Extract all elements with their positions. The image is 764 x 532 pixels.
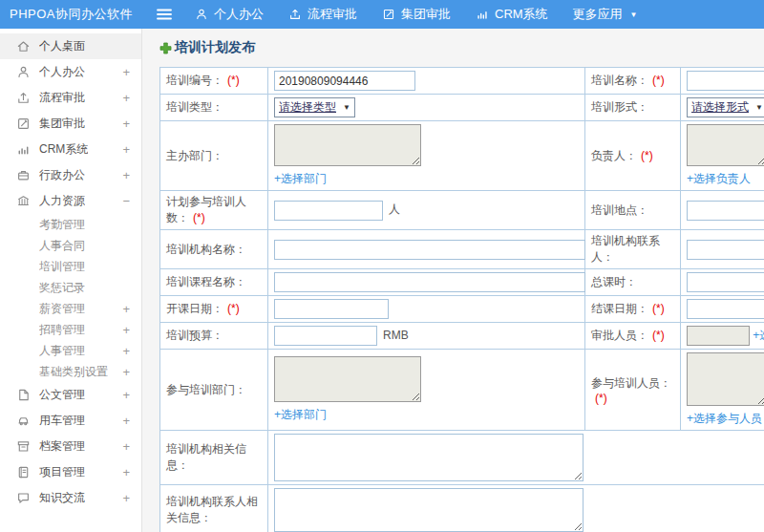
nav-crm-system[interactable]: CRM系统 (476, 6, 548, 23)
select-approver-link[interactable]: +选择审批人员 (753, 329, 764, 342)
expand-plus-icon[interactable]: + (122, 365, 130, 379)
required-mark: (*) (193, 211, 205, 224)
expand-plus-icon[interactable]: + (122, 117, 130, 131)
expand-plus-icon[interactable]: + (122, 168, 130, 182)
expand-plus-icon[interactable]: + (122, 142, 130, 157)
training-number-input[interactable] (274, 71, 415, 91)
currency-label: RMB (383, 329, 409, 342)
home-icon (16, 39, 31, 53)
required-mark: (*) (652, 302, 665, 315)
car-icon (16, 414, 31, 428)
training-budget-input[interactable] (274, 326, 377, 346)
sidebar-subitem-salary-management[interactable]: 薪资管理 + (0, 298, 141, 319)
training-course-name-input[interactable] (274, 272, 585, 292)
briefcase-icon (16, 168, 31, 182)
expand-plus-icon[interactable]: + (122, 465, 130, 479)
expand-plus-icon[interactable]: + (122, 414, 130, 428)
select-participants-link[interactable]: +选择参与人员 (687, 412, 762, 425)
required-mark: (*) (227, 74, 240, 87)
sidebar-subitem-attendance[interactable]: 考勤管理 (0, 214, 141, 235)
expand-plus-icon[interactable]: + (122, 388, 130, 402)
training-org-contact-input[interactable] (687, 240, 764, 260)
total-hours-input[interactable] (687, 272, 764, 292)
expand-plus-icon[interactable]: + (122, 323, 130, 337)
sidebar-item-vehicle-management[interactable]: 用车管理 + (0, 408, 141, 434)
participating-people-textarea[interactable] (687, 352, 764, 406)
expand-plus-icon[interactable]: + (122, 91, 130, 105)
expand-plus-icon[interactable]: + (122, 65, 130, 79)
sidebar-item-personal-desktop[interactable]: 个人桌面 (0, 33, 141, 59)
expand-plus-icon[interactable]: + (122, 491, 130, 505)
caret-down-icon: ▼ (630, 11, 638, 19)
caret-down-icon: ▼ (343, 103, 350, 112)
end-date-input[interactable] (687, 299, 764, 319)
field-label: 培训类型： (166, 100, 223, 114)
sidebar-subitem-training-management[interactable]: 培训管理 (0, 256, 141, 277)
required-mark: (*) (595, 392, 607, 405)
select-department-link[interactable]: +选择部门 (274, 172, 327, 185)
nav-label: CRM系统 (495, 6, 548, 23)
training-name-input[interactable] (687, 71, 764, 91)
row-budget-approver: 培训预算： RMB 审批人员：(*) +选择审批人员 (160, 323, 764, 350)
sidebar-item-group-approval[interactable]: 集团审批 + (0, 111, 141, 137)
training-org-contact-info-textarea[interactable] (274, 488, 584, 532)
expand-plus-icon[interactable]: + (122, 344, 130, 358)
field-label: 培训预算： (166, 329, 223, 342)
select-leader-link[interactable]: +选择负责人 (687, 172, 751, 185)
field-label: 培训编号： (166, 74, 223, 87)
field-label: 培训课程名称： (166, 275, 246, 288)
nav-more-apps[interactable]: 更多应用 ▼ (573, 6, 638, 23)
training-form-select[interactable]: 请选择形式 ▼ (687, 97, 764, 117)
sidebar-item-document-management[interactable]: 公文管理 + (0, 382, 141, 408)
edit-icon (382, 8, 395, 21)
sidebar-item-human-resources[interactable]: 人力资源 − (0, 188, 141, 214)
menu-toggle-icon[interactable] (157, 8, 174, 21)
sidebar-subitem-personnel[interactable]: 人事管理 + (0, 340, 141, 361)
nav-workflow-approval[interactable]: 流程审批 (288, 6, 357, 23)
leader-textarea[interactable] (687, 124, 764, 166)
page-title: 培训计划发布 (159, 39, 764, 56)
field-label: 培训机构相关信息： (166, 442, 246, 472)
sidebar-subitem-reward-punishment[interactable]: 奖惩记录 (0, 277, 141, 298)
sidebar-item-knowledge-exchange[interactable]: 知识交流 + (0, 485, 141, 511)
nav-group-approval[interactable]: 集团审批 (382, 6, 451, 23)
host-department-textarea[interactable] (274, 124, 421, 166)
start-date-input[interactable] (274, 299, 389, 319)
row-participating-dept-people: 参与培训部门： +选择部门 参与培训人员：(*) +选择参与人员 (160, 350, 764, 431)
sidebar-subitem-hr-contract[interactable]: 人事合同 (0, 235, 141, 256)
sidebar-item-personal-office[interactable]: 个人办公 + (0, 59, 141, 85)
sidebar-item-workflow-approval[interactable]: 流程审批 + (0, 85, 141, 111)
chat-icon (16, 491, 31, 505)
user-icon (16, 65, 31, 79)
row-training-number-name: 培训编号：(*) 培训名称：(*) (160, 68, 764, 95)
required-mark: (*) (652, 329, 665, 342)
sidebar-subitem-recruitment[interactable]: 招聘管理 + (0, 319, 141, 340)
required-mark: (*) (641, 149, 653, 162)
training-org-info-textarea[interactable] (274, 434, 584, 481)
collapse-minus-icon[interactable]: − (122, 194, 130, 208)
expand-plus-icon[interactable]: + (122, 439, 130, 454)
sidebar-item-crm-system[interactable]: CRM系统 + (0, 137, 141, 162)
training-type-select[interactable]: 请选择类型 ▼ (274, 97, 355, 117)
field-label: 审批人员： (591, 329, 648, 342)
planned-participants-input[interactable] (274, 201, 383, 221)
sidebar-item-archive-management[interactable]: 档案管理 + (0, 434, 141, 459)
field-label: 计划参与培训人数： (166, 195, 246, 224)
participating-departments-textarea[interactable] (274, 356, 421, 402)
training-location-input[interactable] (687, 201, 764, 221)
flow-icon (16, 91, 31, 105)
row-course-name-hours: 培训课程名称： 总课时： (160, 269, 764, 296)
edit-icon (16, 117, 31, 131)
required-mark: (*) (652, 74, 665, 87)
approver-input[interactable] (687, 326, 750, 346)
expand-plus-icon[interactable]: + (122, 302, 130, 316)
field-label: 结课日期： (591, 302, 648, 315)
select-department-link[interactable]: +选择部门 (274, 408, 327, 421)
nav-personal-office[interactable]: 个人办公 (195, 6, 264, 23)
sidebar-subitem-base-category[interactable]: 基础类别设置 + (0, 361, 141, 382)
sidebar-item-admin-office[interactable]: 行政办公 + (0, 162, 141, 188)
sidebar-item-project-management[interactable]: 项目管理 + (0, 459, 141, 485)
chart-icon (476, 8, 489, 21)
main-content: 培训计划发布 培训编号：(*) 培训名称：(*) 培训类型： 请选择类型 ▼ 培… (143, 29, 764, 532)
training-org-name-input[interactable] (274, 240, 585, 260)
